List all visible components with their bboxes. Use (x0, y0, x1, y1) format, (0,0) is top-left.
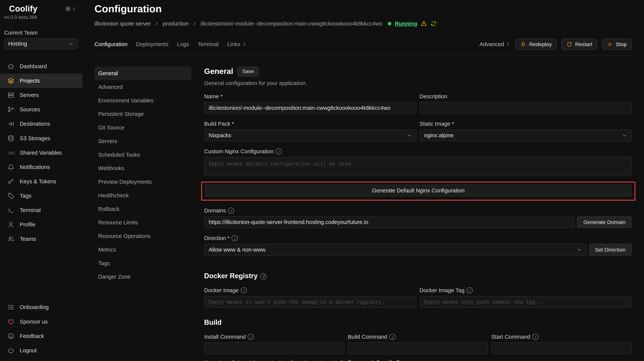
sidebar-item-label: Keys & Tokens (20, 178, 56, 185)
info-icon[interactable]: i (260, 273, 267, 279)
sidebar-item-logout[interactable]: Logout (0, 343, 82, 358)
sidebar-item-notifications[interactable]: Notifications (0, 160, 82, 174)
sidebar: Coolify v4.0.0-beta.399 Current Team Hos… (0, 0, 82, 361)
brand-row: Coolify (0, 0, 82, 14)
config-nav-tags[interactable]: Tags (94, 256, 191, 270)
tab-logs[interactable]: Logs (177, 41, 189, 47)
nginx-config-textarea[interactable] (204, 157, 632, 176)
info-icon[interactable]: i (232, 235, 238, 241)
docker-image-tag-label: Docker Image Tag (420, 287, 464, 293)
team-select[interactable]: Hosting (4, 38, 78, 49)
build-pack-field: Build Pack * Nixpacks (204, 114, 416, 141)
config-nav-resource-operations[interactable]: Resource Operations (94, 229, 191, 243)
tab-configuration[interactable]: Configuration (94, 41, 128, 47)
sidebar-item-servers[interactable]: Servers (0, 88, 82, 102)
breadcrumb-application[interactable]: illicitestonion/-module--decomposition:m… (200, 21, 382, 27)
tab-terminal[interactable]: Terminal (198, 41, 219, 47)
sidebar-item-dashboard[interactable]: Dashboard (0, 59, 82, 74)
domains-input[interactable] (204, 216, 575, 228)
braces-icon: (x) (7, 149, 14, 156)
info-icon[interactable]: i (532, 334, 538, 340)
sidebar-item-shared-variables[interactable]: (x)Shared Variables (0, 146, 82, 160)
static-image-select[interactable]: nginx:alpine (420, 130, 632, 141)
config-nav-persistent-storage[interactable]: Persistent Storage (94, 107, 191, 121)
docker-image-tag-input[interactable] (420, 296, 632, 308)
database-icon (7, 135, 14, 142)
framework-docs-link[interactable]: Framework Specific Docs (348, 359, 409, 361)
config-nav-danger-zone[interactable]: Danger Zone (94, 270, 191, 284)
restart-button[interactable]: Restart (562, 39, 597, 50)
sidebar-item-s3-storages[interactable]: S3 Storages (0, 131, 82, 146)
sidebar-item-sources[interactable]: Sources (0, 102, 82, 117)
config-nav-general[interactable]: General (94, 67, 191, 80)
static-image-field: Static Image * nginx:alpine (420, 114, 632, 141)
generate-nginx-config-button[interactable]: Generate Default Nginx Configuration (205, 184, 632, 196)
sidebar-item-label: Dashboard (20, 63, 47, 70)
sidebar-item-label: Servers (20, 92, 39, 98)
start-command-field: Start Command i (492, 327, 632, 354)
build-command-input[interactable] (348, 342, 488, 354)
redeploy-button[interactable]: Redeploy (516, 39, 556, 50)
theme-toggle[interactable] (65, 6, 76, 12)
config-nav-resource-limits[interactable]: Resource Limits (94, 216, 191, 229)
save-button[interactable]: Save (237, 67, 259, 76)
sidebar-item-label: Notifications (20, 164, 50, 170)
bell-icon (7, 164, 14, 171)
install-command-input[interactable] (204, 342, 344, 354)
sidebar-item-terminal[interactable]: Terminal (0, 203, 82, 217)
install-command-label: Install Command (204, 334, 246, 340)
chevron-right-icon (154, 21, 160, 26)
sidebar-item-profile[interactable]: Profile (0, 217, 82, 232)
info-icon[interactable]: i (466, 287, 473, 293)
config-nav-healthcheck[interactable]: Healthcheck (94, 189, 191, 202)
sidebar-item-teams[interactable]: Teams (0, 232, 82, 246)
section-subtitle: General configuration for your applicati… (204, 80, 632, 86)
info-icon[interactable]: i (228, 208, 234, 214)
tab-actions: Advanced Redeploy Restart Stop (480, 39, 632, 50)
stop-button[interactable]: Stop (602, 39, 632, 50)
config-nav-metrics[interactable]: Metrics (94, 243, 191, 256)
warning-icon[interactable] (420, 20, 427, 27)
status-dot (388, 22, 392, 25)
config-nav-webhooks[interactable]: Webhooks (94, 162, 191, 175)
config-nav-environment-variables[interactable]: Environment Variables (94, 94, 191, 107)
refresh-status-icon[interactable] (430, 21, 437, 27)
terminal-icon (7, 207, 14, 214)
breadcrumb-environment[interactable]: production (163, 21, 189, 27)
sidebar-item-onboarding[interactable]: Onboarding (0, 300, 82, 314)
config-nav-preview-deployments[interactable]: Preview Deployments (94, 175, 191, 189)
sidebar-item-keys-tokens[interactable]: Keys & Tokens (0, 174, 82, 189)
name-input[interactable] (204, 102, 416, 114)
sidebar-item-sponsor-us[interactable]: Sponsor us (0, 315, 82, 329)
generate-domain-button[interactable]: Generate Domain (577, 216, 632, 228)
info-icon[interactable]: i (240, 287, 247, 293)
info-icon[interactable]: i (389, 334, 396, 340)
docker-image-input[interactable] (204, 296, 416, 308)
start-command-input[interactable] (492, 342, 632, 354)
sidebar-item-projects[interactable]: Projects (0, 74, 82, 88)
config-nav-git-source[interactable]: Git Source (94, 121, 191, 134)
main-area: Configuration illicitonion quote server … (82, 0, 644, 361)
sidebar-item-feedback[interactable]: Feedback (0, 329, 82, 343)
sidebar-item-destinations[interactable]: Destinations (0, 117, 82, 131)
direction-select[interactable]: Allow www & non-www. (204, 244, 586, 256)
info-icon[interactable]: i (248, 334, 254, 340)
config-nav-servers[interactable]: Servers (94, 134, 191, 148)
set-direction-button[interactable]: Set Direction (589, 244, 632, 256)
config-nav-advanced[interactable]: Advanced (94, 80, 191, 94)
info-icon[interactable]: i (276, 148, 282, 155)
tab-deployments[interactable]: Deployments (136, 41, 168, 47)
status-badge[interactable]: Running (395, 21, 417, 27)
description-field: Description (420, 86, 632, 114)
sidebar-item-tags[interactable]: Tags (0, 189, 82, 203)
tab-links[interactable]: Links (228, 41, 247, 47)
config-nav-rollback[interactable]: Rollback (94, 202, 191, 216)
page-title: Configuration (94, 3, 632, 15)
breadcrumb-project[interactable]: illicitonion quote server (94, 21, 151, 27)
config-nav-scheduled-tasks[interactable]: Scheduled Tasks (94, 148, 191, 162)
direction-field: Direction * i Allow www & non-www. Set D… (204, 235, 632, 256)
description-input[interactable] (420, 102, 632, 114)
key-icon (7, 178, 14, 185)
build-pack-select[interactable]: Nixpacks (204, 130, 416, 141)
advanced-dropdown[interactable]: Advanced (480, 41, 511, 47)
